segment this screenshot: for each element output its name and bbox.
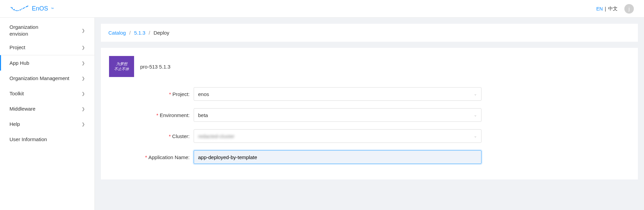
- logo-icon: [10, 5, 29, 13]
- project-label: *Project:: [109, 91, 194, 97]
- project-select[interactable]: enos ⌄: [194, 87, 481, 101]
- chevron-down-icon: ⌄: [474, 134, 477, 138]
- chevron-right-icon: ❯: [82, 45, 85, 50]
- top-header: EnOS ™ EN | 中文 j: [0, 0, 644, 18]
- project-value: enos: [198, 91, 209, 97]
- main-content: Catalog / 5.1.3 / Deploy 为梦想不止不休 pro-513…: [95, 18, 644, 210]
- sidebar-item-label: Organizationenvision: [9, 24, 38, 37]
- sidebar-item-label: Help: [9, 121, 20, 127]
- sidebar-item-userinfo[interactable]: User Information: [0, 132, 94, 147]
- sidebar-item-middleware[interactable]: Middleware ❯: [0, 101, 94, 116]
- lang-en[interactable]: EN: [596, 6, 603, 12]
- required-icon: *: [156, 112, 158, 118]
- sidebar-item-apphub[interactable]: App Hub ❯: [0, 55, 94, 71]
- sidebar-item-label: Project: [9, 44, 25, 50]
- content-panel: 为梦想不止不休 pro-513 5.1.3 *Project: enos ⌄: [101, 48, 638, 179]
- breadcrumb-sep: /: [149, 30, 150, 36]
- breadcrumb-current: Deploy: [153, 30, 169, 36]
- appname-label: *Application Name:: [109, 154, 194, 160]
- chevron-right-icon: ❯: [82, 76, 85, 81]
- svg-point-2: [17, 10, 18, 11]
- cluster-value: redacted-cluster: [198, 133, 235, 139]
- environment-value: beta: [198, 112, 208, 118]
- environment-select[interactable]: beta ⌄: [194, 108, 481, 122]
- form-row-appname: *Application Name:: [109, 150, 481, 164]
- sidebar-item-organization[interactable]: Organizationenvision ❯: [0, 21, 94, 40]
- logo[interactable]: EnOS ™: [10, 5, 54, 13]
- avatar[interactable]: j: [624, 4, 634, 14]
- logo-tm: ™: [51, 7, 54, 11]
- breadcrumb-catalog[interactable]: Catalog: [108, 30, 126, 36]
- chevron-right-icon: ❯: [82, 61, 85, 65]
- chevron-right-icon: ❯: [82, 91, 85, 96]
- chevron-right-icon: ❯: [82, 107, 85, 111]
- svg-point-5: [27, 6, 28, 7]
- app-icon: 为梦想不止不休: [109, 56, 134, 77]
- required-icon: *: [169, 133, 171, 139]
- svg-point-0: [12, 7, 13, 8]
- svg-point-4: [23, 7, 24, 8]
- form-row-environment: *Environment: beta ⌄: [109, 108, 481, 122]
- sidebar-item-label: Toolkit: [9, 91, 24, 96]
- lang-cn[interactable]: 中文: [608, 6, 618, 12]
- breadcrumb: Catalog / 5.1.3 / Deploy: [101, 24, 638, 42]
- chevron-right-icon: ❯: [82, 122, 85, 127]
- chevron-down-icon: ⌄: [474, 92, 477, 96]
- sidebar: Organizationenvision ❯ Project ❯ App Hub…: [0, 18, 95, 210]
- lang-sep: |: [605, 6, 606, 12]
- form-row-project: *Project: enos ⌄: [109, 87, 481, 101]
- app-header: 为梦想不止不休 pro-513 5.1.3: [109, 56, 630, 77]
- sidebar-item-label: App Hub: [9, 60, 29, 66]
- svg-point-1: [14, 9, 15, 10]
- sidebar-item-label: User Information: [9, 136, 47, 142]
- sidebar-item-help[interactable]: Help ❯: [0, 116, 94, 132]
- chevron-down-icon: ⌄: [474, 113, 477, 117]
- cluster-select[interactable]: redacted-cluster ⌄: [194, 129, 481, 143]
- appname-input[interactable]: [194, 150, 481, 164]
- logo-text: EnOS: [32, 5, 48, 12]
- avatar-letter: j: [628, 6, 629, 12]
- app-title: pro-513 5.1.3: [140, 64, 170, 70]
- required-icon: *: [169, 91, 171, 97]
- chevron-right-icon: ❯: [82, 28, 85, 33]
- sidebar-item-label: Middleware: [9, 106, 36, 112]
- breadcrumb-sep: /: [129, 30, 131, 36]
- svg-point-3: [20, 9, 21, 10]
- sidebar-item-toolkit[interactable]: Toolkit ❯: [0, 86, 94, 101]
- sidebar-item-org-management[interactable]: Organization Management ❯: [0, 71, 94, 86]
- deploy-form: *Project: enos ⌄ *Environment:: [109, 87, 481, 164]
- language-switcher[interactable]: EN | 中文: [596, 6, 618, 12]
- cluster-label: *Cluster:: [109, 133, 194, 139]
- breadcrumb-version[interactable]: 5.1.3: [134, 30, 145, 36]
- sidebar-item-label: Organization Management: [9, 75, 69, 81]
- required-icon: *: [145, 154, 147, 160]
- header-right: EN | 中文 j: [596, 4, 634, 14]
- form-row-cluster: *Cluster: redacted-cluster ⌄: [109, 129, 481, 143]
- environment-label: *Environment:: [109, 112, 194, 118]
- sidebar-item-project[interactable]: Project ❯: [0, 40, 94, 55]
